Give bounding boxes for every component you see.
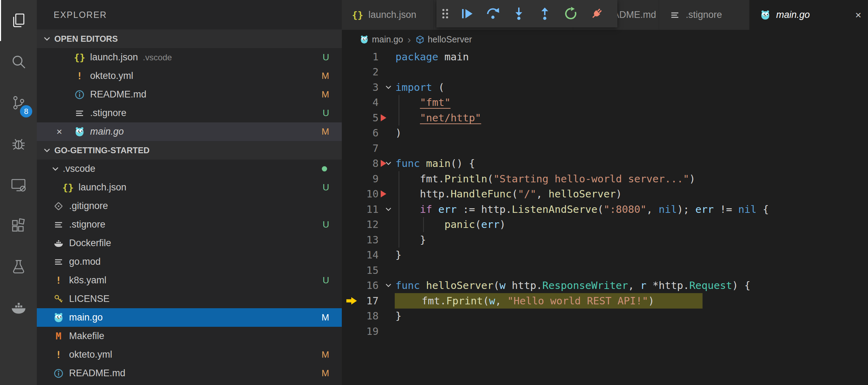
code-token: } bbox=[395, 249, 401, 261]
code-line-4[interactable]: 4 "fmt" bbox=[342, 95, 868, 110]
breakpoint-marker-icon[interactable] bbox=[381, 114, 386, 121]
code-token: Request bbox=[689, 279, 732, 291]
close-icon[interactable]: × bbox=[855, 9, 861, 21]
step-into-button[interactable] bbox=[506, 0, 532, 27]
tab-.stignore[interactable]: .stignore bbox=[659, 0, 750, 30]
tree-item-.stignore[interactable]: .stignoreU bbox=[37, 215, 342, 234]
fold-chevron-icon[interactable] bbox=[384, 83, 393, 92]
code-token: , bbox=[646, 203, 659, 215]
line-number[interactable]: 9 bbox=[361, 173, 379, 185]
code-line-6[interactable]: 6) bbox=[342, 126, 868, 141]
section-header-go-getting-started[interactable]: GO-GETTING-STARTED bbox=[37, 141, 342, 160]
step-out-button[interactable] bbox=[532, 0, 558, 27]
activity-item-source-control[interactable]: 8 bbox=[0, 82, 37, 123]
extensions-icon bbox=[10, 217, 27, 234]
fold-chevron-icon[interactable] bbox=[384, 205, 393, 214]
step-over-button[interactable] bbox=[480, 0, 506, 27]
code-text: import ( bbox=[395, 80, 445, 95]
code-line-18[interactable]: 18} bbox=[342, 309, 868, 324]
open-editor-launch.json[interactable]: {}launch.json.vscodeU bbox=[37, 48, 342, 67]
activity-item-run-and-debug[interactable] bbox=[0, 123, 37, 164]
breadcrumb-item-main.go[interactable]: main.go bbox=[359, 34, 403, 45]
code-line-7[interactable]: 7 bbox=[342, 141, 868, 156]
tree-item-.gitignore[interactable]: .gitignore bbox=[37, 197, 342, 215]
code-line-11[interactable]: 11 if err := http.ListenAndServe(":8080"… bbox=[342, 202, 868, 217]
code-line-19[interactable]: 19 bbox=[342, 324, 868, 339]
continue-button[interactable] bbox=[454, 0, 480, 27]
code-line-15[interactable]: 15 bbox=[342, 263, 868, 278]
code-line-13[interactable]: 13 } bbox=[342, 232, 868, 248]
tree-item-Makefile[interactable]: MMakefile bbox=[37, 327, 342, 345]
file-label: okteto.yml bbox=[69, 349, 112, 360]
code-line-17[interactable]: 17 fmt.Fprint(w, "Hello world REST API!"… bbox=[342, 293, 868, 309]
code-token: import bbox=[395, 81, 432, 93]
code-line-2[interactable]: 2 bbox=[342, 65, 868, 80]
open-editor-okteto.yml[interactable]: !okteto.ymlM bbox=[37, 67, 342, 85]
code-line-8[interactable]: 8func main() { bbox=[342, 156, 868, 171]
line-number[interactable]: 19 bbox=[361, 325, 379, 337]
tab-main.go[interactable]: main.go× bbox=[750, 0, 868, 30]
line-number[interactable]: 6 bbox=[361, 127, 379, 139]
code-line-9[interactable]: 9 fmt.Println("Starting hello-world serv… bbox=[342, 171, 868, 187]
activity-item-explorer[interactable] bbox=[0, 0, 37, 41]
line-number[interactable]: 5 bbox=[361, 112, 379, 124]
activity-item-testing[interactable] bbox=[0, 246, 37, 287]
open-editor-main.go[interactable]: ×main.goM bbox=[37, 122, 342, 141]
tree-item-.vscode[interactable]: .vscode bbox=[37, 160, 342, 178]
tree-item-README.md[interactable]: README.mdM bbox=[37, 364, 342, 383]
tree-item-okteto.yml[interactable]: !okteto.ymlM bbox=[37, 345, 342, 364]
restart-button[interactable] bbox=[558, 0, 584, 27]
code-line-3[interactable]: 3import ( bbox=[342, 80, 868, 95]
line-number[interactable]: 4 bbox=[361, 96, 379, 108]
line-number[interactable]: 7 bbox=[361, 142, 379, 154]
activity-item-remote-explorer[interactable] bbox=[0, 164, 37, 205]
activity-item-docker[interactable] bbox=[0, 287, 37, 328]
fold-chevron-icon[interactable] bbox=[384, 159, 393, 168]
close-icon[interactable]: × bbox=[56, 126, 74, 137]
line-number[interactable]: 10 bbox=[361, 188, 379, 200]
activity-item-extensions[interactable] bbox=[0, 205, 37, 246]
code-token: main bbox=[426, 157, 450, 169]
code-token: ListenAndServe bbox=[512, 203, 597, 215]
tree-item-Dockerfile[interactable]: Dockerfile bbox=[37, 234, 342, 252]
line-number[interactable]: 11 bbox=[361, 203, 379, 215]
tree-item-main.go[interactable]: main.goM bbox=[37, 308, 342, 327]
line-number[interactable]: 16 bbox=[361, 279, 379, 291]
code-token: "/" bbox=[518, 188, 536, 200]
code-line-5[interactable]: 5 "net/http" bbox=[342, 110, 868, 126]
line-number[interactable]: 12 bbox=[361, 218, 379, 230]
tree-item-k8s.yaml[interactable]: !k8s.yamlU bbox=[37, 271, 342, 290]
section-header-open-editors[interactable]: OPEN EDITORS bbox=[37, 29, 342, 48]
code-line-10[interactable]: 10 http.HandleFunc("/", helloServer) bbox=[342, 187, 868, 202]
code-token: err bbox=[438, 203, 456, 215]
open-editor-README.md[interactable]: README.mdM bbox=[37, 85, 342, 104]
code-line-14[interactable]: 14} bbox=[342, 248, 868, 263]
line-number[interactable]: 13 bbox=[361, 234, 379, 246]
disconnect-button[interactable] bbox=[584, 0, 610, 27]
line-number[interactable]: 15 bbox=[361, 264, 379, 276]
breadcrumb-item-helloServer[interactable]: helloServer bbox=[415, 34, 472, 45]
fold-chevron-icon[interactable] bbox=[384, 281, 393, 290]
line-number[interactable]: 8 bbox=[361, 157, 379, 169]
code-line-16[interactable]: 16func helloServer(w http.ResponseWriter… bbox=[342, 278, 868, 293]
line-number[interactable]: 1 bbox=[361, 51, 379, 63]
activity-item-search[interactable] bbox=[0, 41, 37, 82]
open-editor-.stignore[interactable]: .stignoreU bbox=[37, 104, 342, 122]
code-line-1[interactable]: 1package main bbox=[342, 49, 868, 65]
git-status-badge: M bbox=[321, 126, 329, 137]
debug-drag-handle[interactable] bbox=[436, 0, 454, 27]
line-number[interactable]: 2 bbox=[361, 66, 379, 78]
tree-item-LICENSE[interactable]: LICENSE bbox=[37, 290, 342, 308]
line-number[interactable]: 14 bbox=[361, 249, 379, 261]
line-number[interactable]: 17 bbox=[361, 295, 379, 307]
breadcrumb-separator: › bbox=[407, 34, 411, 46]
breakpoint-marker-icon[interactable] bbox=[381, 190, 386, 197]
code-line-12[interactable]: 12 panic(err) bbox=[342, 217, 868, 232]
line-number[interactable]: 3 bbox=[361, 81, 379, 93]
tab-launch.json[interactable]: {}launch.json bbox=[342, 0, 434, 30]
code-text: func helloServer(w http.ResponseWriter, … bbox=[395, 278, 751, 293]
code-token: ":8080" bbox=[604, 203, 646, 215]
line-number[interactable]: 18 bbox=[361, 310, 379, 322]
tree-item-launch.json[interactable]: {}launch.jsonU bbox=[37, 178, 342, 197]
tree-item-go.mod[interactable]: go.mod bbox=[37, 252, 342, 271]
